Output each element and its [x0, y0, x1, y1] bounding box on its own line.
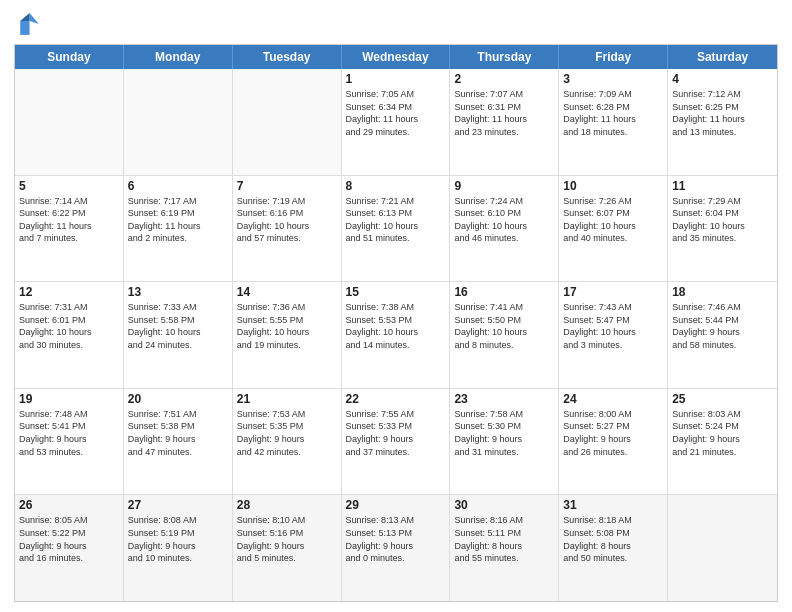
svg-marker-1 — [20, 13, 29, 21]
day-number: 3 — [563, 72, 663, 86]
cell-info: Sunrise: 7:19 AM Sunset: 6:16 PM Dayligh… — [237, 195, 337, 245]
calendar-cell — [668, 495, 777, 601]
calendar-cell: 26Sunrise: 8:05 AM Sunset: 5:22 PM Dayli… — [15, 495, 124, 601]
calendar-cell: 12Sunrise: 7:31 AM Sunset: 6:01 PM Dayli… — [15, 282, 124, 388]
calendar-row-1: 5Sunrise: 7:14 AM Sunset: 6:22 PM Daylig… — [15, 176, 777, 283]
svg-marker-0 — [30, 13, 39, 24]
day-number: 13 — [128, 285, 228, 299]
calendar-cell: 27Sunrise: 8:08 AM Sunset: 5:19 PM Dayli… — [124, 495, 233, 601]
day-number: 21 — [237, 392, 337, 406]
cell-info: Sunrise: 7:36 AM Sunset: 5:55 PM Dayligh… — [237, 301, 337, 351]
calendar-cell — [124, 69, 233, 175]
day-number: 5 — [19, 179, 119, 193]
calendar-cell: 18Sunrise: 7:46 AM Sunset: 5:44 PM Dayli… — [668, 282, 777, 388]
day-number: 17 — [563, 285, 663, 299]
calendar-cell: 24Sunrise: 8:00 AM Sunset: 5:27 PM Dayli… — [559, 389, 668, 495]
day-number: 25 — [672, 392, 773, 406]
calendar-row-3: 19Sunrise: 7:48 AM Sunset: 5:41 PM Dayli… — [15, 389, 777, 496]
cell-info: Sunrise: 7:33 AM Sunset: 5:58 PM Dayligh… — [128, 301, 228, 351]
calendar-cell: 23Sunrise: 7:58 AM Sunset: 5:30 PM Dayli… — [450, 389, 559, 495]
day-number: 9 — [454, 179, 554, 193]
calendar-cell: 11Sunrise: 7:29 AM Sunset: 6:04 PM Dayli… — [668, 176, 777, 282]
cell-info: Sunrise: 8:03 AM Sunset: 5:24 PM Dayligh… — [672, 408, 773, 458]
day-number: 16 — [454, 285, 554, 299]
calendar-cell: 17Sunrise: 7:43 AM Sunset: 5:47 PM Dayli… — [559, 282, 668, 388]
calendar-cell: 7Sunrise: 7:19 AM Sunset: 6:16 PM Daylig… — [233, 176, 342, 282]
day-number: 12 — [19, 285, 119, 299]
cell-info: Sunrise: 7:07 AM Sunset: 6:31 PM Dayligh… — [454, 88, 554, 138]
cell-info: Sunrise: 7:53 AM Sunset: 5:35 PM Dayligh… — [237, 408, 337, 458]
calendar-cell: 16Sunrise: 7:41 AM Sunset: 5:50 PM Dayli… — [450, 282, 559, 388]
cell-info: Sunrise: 7:12 AM Sunset: 6:25 PM Dayligh… — [672, 88, 773, 138]
day-number: 11 — [672, 179, 773, 193]
calendar-cell: 3Sunrise: 7:09 AM Sunset: 6:28 PM Daylig… — [559, 69, 668, 175]
day-number: 2 — [454, 72, 554, 86]
cell-info: Sunrise: 7:21 AM Sunset: 6:13 PM Dayligh… — [346, 195, 446, 245]
cell-info: Sunrise: 8:13 AM Sunset: 5:13 PM Dayligh… — [346, 514, 446, 564]
calendar-cell: 10Sunrise: 7:26 AM Sunset: 6:07 PM Dayli… — [559, 176, 668, 282]
calendar-row-2: 12Sunrise: 7:31 AM Sunset: 6:01 PM Dayli… — [15, 282, 777, 389]
day-number: 27 — [128, 498, 228, 512]
day-number: 24 — [563, 392, 663, 406]
calendar-cell — [233, 69, 342, 175]
day-number: 14 — [237, 285, 337, 299]
logo-icon — [14, 10, 42, 38]
day-number: 18 — [672, 285, 773, 299]
cell-info: Sunrise: 7:14 AM Sunset: 6:22 PM Dayligh… — [19, 195, 119, 245]
cell-info: Sunrise: 7:31 AM Sunset: 6:01 PM Dayligh… — [19, 301, 119, 351]
day-number: 26 — [19, 498, 119, 512]
header-day-thursday: Thursday — [450, 45, 559, 69]
page: SundayMondayTuesdayWednesdayThursdayFrid… — [0, 0, 792, 612]
cell-info: Sunrise: 8:10 AM Sunset: 5:16 PM Dayligh… — [237, 514, 337, 564]
cell-info: Sunrise: 7:43 AM Sunset: 5:47 PM Dayligh… — [563, 301, 663, 351]
cell-info: Sunrise: 7:24 AM Sunset: 6:10 PM Dayligh… — [454, 195, 554, 245]
calendar-cell: 21Sunrise: 7:53 AM Sunset: 5:35 PM Dayli… — [233, 389, 342, 495]
calendar-cell: 5Sunrise: 7:14 AM Sunset: 6:22 PM Daylig… — [15, 176, 124, 282]
calendar: SundayMondayTuesdayWednesdayThursdayFrid… — [14, 44, 778, 602]
day-number: 15 — [346, 285, 446, 299]
cell-info: Sunrise: 8:18 AM Sunset: 5:08 PM Dayligh… — [563, 514, 663, 564]
day-number: 10 — [563, 179, 663, 193]
cell-info: Sunrise: 7:48 AM Sunset: 5:41 PM Dayligh… — [19, 408, 119, 458]
day-number: 7 — [237, 179, 337, 193]
calendar-cell: 30Sunrise: 8:16 AM Sunset: 5:11 PM Dayli… — [450, 495, 559, 601]
calendar-cell — [15, 69, 124, 175]
calendar-cell: 19Sunrise: 7:48 AM Sunset: 5:41 PM Dayli… — [15, 389, 124, 495]
calendar-cell: 6Sunrise: 7:17 AM Sunset: 6:19 PM Daylig… — [124, 176, 233, 282]
cell-info: Sunrise: 8:00 AM Sunset: 5:27 PM Dayligh… — [563, 408, 663, 458]
cell-info: Sunrise: 7:17 AM Sunset: 6:19 PM Dayligh… — [128, 195, 228, 245]
day-number: 1 — [346, 72, 446, 86]
calendar-cell: 13Sunrise: 7:33 AM Sunset: 5:58 PM Dayli… — [124, 282, 233, 388]
calendar-row-4: 26Sunrise: 8:05 AM Sunset: 5:22 PM Dayli… — [15, 495, 777, 601]
header-day-monday: Monday — [124, 45, 233, 69]
cell-info: Sunrise: 7:05 AM Sunset: 6:34 PM Dayligh… — [346, 88, 446, 138]
cell-info: Sunrise: 7:26 AM Sunset: 6:07 PM Dayligh… — [563, 195, 663, 245]
day-number: 6 — [128, 179, 228, 193]
calendar-cell: 28Sunrise: 8:10 AM Sunset: 5:16 PM Dayli… — [233, 495, 342, 601]
cell-info: Sunrise: 7:09 AM Sunset: 6:28 PM Dayligh… — [563, 88, 663, 138]
calendar-row-0: 1Sunrise: 7:05 AM Sunset: 6:34 PM Daylig… — [15, 69, 777, 176]
cell-info: Sunrise: 7:29 AM Sunset: 6:04 PM Dayligh… — [672, 195, 773, 245]
calendar-cell: 31Sunrise: 8:18 AM Sunset: 5:08 PM Dayli… — [559, 495, 668, 601]
logo — [14, 10, 46, 38]
day-number: 23 — [454, 392, 554, 406]
cell-info: Sunrise: 8:05 AM Sunset: 5:22 PM Dayligh… — [19, 514, 119, 564]
calendar-cell: 29Sunrise: 8:13 AM Sunset: 5:13 PM Dayli… — [342, 495, 451, 601]
day-number: 28 — [237, 498, 337, 512]
cell-info: Sunrise: 7:58 AM Sunset: 5:30 PM Dayligh… — [454, 408, 554, 458]
header-day-tuesday: Tuesday — [233, 45, 342, 69]
cell-info: Sunrise: 7:51 AM Sunset: 5:38 PM Dayligh… — [128, 408, 228, 458]
day-number: 8 — [346, 179, 446, 193]
day-number: 30 — [454, 498, 554, 512]
day-number: 31 — [563, 498, 663, 512]
cell-info: Sunrise: 7:38 AM Sunset: 5:53 PM Dayligh… — [346, 301, 446, 351]
cell-info: Sunrise: 7:55 AM Sunset: 5:33 PM Dayligh… — [346, 408, 446, 458]
cell-info: Sunrise: 8:08 AM Sunset: 5:19 PM Dayligh… — [128, 514, 228, 564]
header-day-sunday: Sunday — [15, 45, 124, 69]
day-number: 20 — [128, 392, 228, 406]
calendar-cell: 1Sunrise: 7:05 AM Sunset: 6:34 PM Daylig… — [342, 69, 451, 175]
day-number: 22 — [346, 392, 446, 406]
calendar-cell: 9Sunrise: 7:24 AM Sunset: 6:10 PM Daylig… — [450, 176, 559, 282]
header-day-friday: Friday — [559, 45, 668, 69]
calendar-header: SundayMondayTuesdayWednesdayThursdayFrid… — [15, 45, 777, 69]
